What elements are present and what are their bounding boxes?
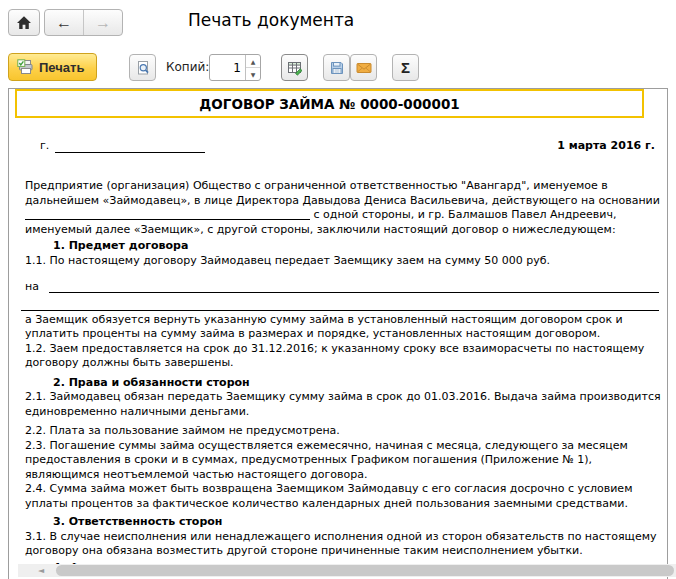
doc-line: 2.2. Плата за пользование займом не пред… bbox=[25, 424, 659, 439]
doc-line: именуемый далее «Заемщик», с другой стор… bbox=[25, 223, 659, 238]
nav-buttons: ← → bbox=[44, 9, 123, 36]
horizontal-scrollbar-thumb[interactable] bbox=[56, 565, 674, 576]
back-arrow-icon: ← bbox=[56, 15, 72, 31]
page-title: Печать документа bbox=[188, 10, 354, 30]
doc-line: уплатить проценты на сумму займа в разме… bbox=[25, 327, 659, 342]
doc-line: 2.4. Сумма займа может быть возвращена З… bbox=[25, 482, 659, 497]
blank-line-label: на bbox=[25, 280, 39, 295]
spin-up-icon[interactable]: ▲ bbox=[246, 55, 260, 68]
doc-line: а Заемщик обязуется вернуть указанную су… bbox=[25, 313, 659, 328]
blank-line bbox=[25, 208, 310, 220]
spacer bbox=[25, 268, 659, 280]
doc-line: Предприятие (организация) Общество с огр… bbox=[25, 179, 659, 194]
spreadsheet-edit-icon bbox=[287, 60, 303, 76]
doc-line: 2.1. Займодавец обязан передать Заемщику… bbox=[25, 390, 659, 405]
doc-line: дальнейшем «Займодавец», в лице Директор… bbox=[25, 194, 659, 209]
home-button[interactable] bbox=[8, 9, 40, 36]
doc-line: уплаты процентов за фактическое количест… bbox=[25, 497, 659, 512]
print-button-label: Печать bbox=[39, 60, 84, 75]
section-heading: 3. Ответственность сторон bbox=[25, 515, 659, 530]
doc-line: предоставления в сроки и в суммах, преду… bbox=[25, 453, 659, 468]
horizontal-scrollbar[interactable]: ◄ bbox=[18, 564, 676, 577]
spinner-arrows: ▲ ▼ bbox=[245, 55, 260, 80]
contract-body: г. 1 марта 2016 г. Предприятие (организа… bbox=[9, 120, 667, 575]
section-heading: 1. Предмет договора bbox=[25, 239, 659, 254]
copies-label: Копий: bbox=[166, 60, 209, 74]
send-email-button[interactable] bbox=[350, 54, 377, 81]
printer-icon bbox=[17, 59, 33, 75]
copies-input[interactable] bbox=[210, 55, 245, 80]
print-button[interactable]: Печать bbox=[8, 53, 97, 81]
sum-button[interactable]: Σ bbox=[392, 54, 419, 81]
doc-line: 1.2. Заем предоставляется на срок до 31.… bbox=[25, 342, 659, 357]
doc-line: договору она обязана возместить другой с… bbox=[25, 544, 659, 559]
doc-line: 1.1. По настоящему договору Займодавец п… bbox=[25, 254, 659, 269]
doc-line: договору должны быть завершены. bbox=[25, 356, 659, 371]
toolbar: Печать Копий: ▲ ▼ bbox=[0, 52, 676, 82]
city-blank-line bbox=[55, 140, 205, 153]
back-button[interactable]: ← bbox=[45, 10, 84, 35]
city-date-row: г. 1 марта 2016 г. bbox=[40, 139, 655, 153]
spacer bbox=[25, 295, 659, 310]
scroll-left-arrow-icon[interactable]: ◄ bbox=[38, 566, 44, 575]
contract-date: 1 марта 2016 г. bbox=[557, 139, 655, 153]
preview-button[interactable] bbox=[129, 54, 156, 81]
doc-line: единовременно наличными деньгами. bbox=[25, 405, 659, 420]
table-settings-button[interactable] bbox=[281, 54, 308, 81]
forward-button[interactable]: → bbox=[84, 10, 122, 35]
spreadsheet-document-panel[interactable]: ДОГОВОР ЗАЙМА № 0000-000001 г. 1 марта 2… bbox=[8, 88, 668, 579]
home-icon bbox=[16, 15, 32, 31]
label-with-blank-line: на bbox=[25, 280, 659, 295]
doc-line-with-blank: с одной стороны, и гр. Балмашов Павел Ан… bbox=[25, 208, 659, 223]
copies-spinner: ▲ ▼ bbox=[209, 54, 261, 81]
doc-line: являющимся неотъемлемой частью настоящег… bbox=[25, 468, 659, 483]
doc-line: 3.1. В случае неисполнения или ненадлежа… bbox=[25, 530, 659, 545]
forward-arrow-icon: → bbox=[95, 15, 111, 31]
print-preview-icon bbox=[135, 60, 151, 76]
city-label: г. bbox=[40, 139, 49, 153]
email-envelope-icon bbox=[356, 60, 372, 76]
contract-title: ДОГОВОР ЗАЙМА № 0000-000001 bbox=[15, 89, 644, 118]
doc-line: 2.3. Погашение суммы займа осуществляетс… bbox=[25, 439, 659, 454]
blank-line-full-width bbox=[21, 310, 659, 311]
sigma-icon: Σ bbox=[401, 59, 410, 76]
doc-lines: Предприятие (организация) Общество с огр… bbox=[25, 179, 659, 575]
spin-down-icon[interactable]: ▼ bbox=[246, 68, 260, 80]
floppy-save-icon bbox=[329, 60, 345, 76]
save-button[interactable] bbox=[323, 54, 350, 81]
blank-line bbox=[49, 280, 659, 293]
section-heading: 2. Права и обязанности сторон bbox=[25, 376, 659, 391]
